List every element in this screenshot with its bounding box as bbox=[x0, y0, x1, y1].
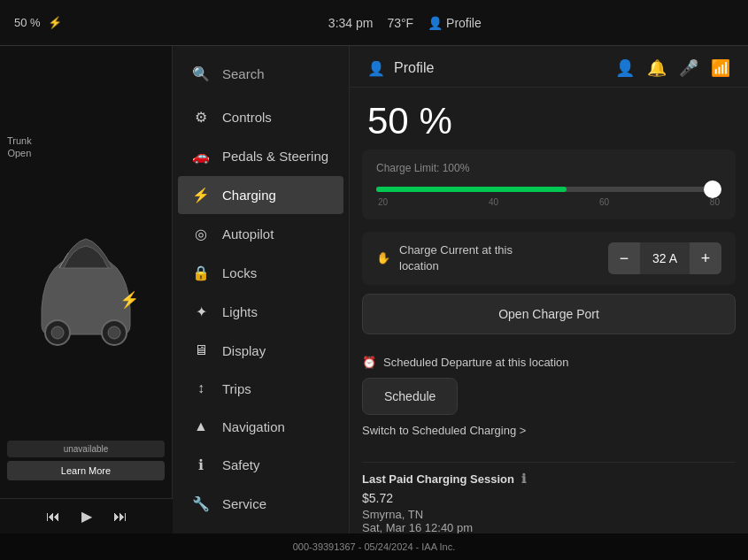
pedals-icon: 🚗 bbox=[192, 148, 210, 165]
bottom-bar-text: 000-39391367 - 05/24/2024 - IAA Inc. bbox=[293, 541, 455, 552]
display-label: Display bbox=[222, 343, 266, 358]
search-item[interactable]: 🔍 Search bbox=[178, 57, 343, 91]
sidebar-item-pedals[interactable]: 🚗 Pedals & Steering bbox=[178, 137, 343, 175]
locks-icon: 🔒 bbox=[192, 265, 210, 281]
navigation-icon: ▲ bbox=[192, 418, 210, 434]
charge-current-label: ✋ Charge Current at this location bbox=[376, 242, 536, 274]
sidebar-item-navigation[interactable]: ▲ Navigation bbox=[178, 408, 343, 445]
status-bar-left: 50 % ⚡ bbox=[14, 16, 62, 29]
last-paid-amount: $5.72 bbox=[362, 491, 736, 505]
clock-icon: ⏰ bbox=[362, 356, 376, 369]
slider-ticks: 20 40 60 80 bbox=[376, 197, 721, 207]
charge-slider-track[interactable] bbox=[376, 187, 721, 192]
header-icons: 👤 🔔 🎤 📶 bbox=[615, 58, 730, 78]
scheduled-title: ⏰ Scheduled Departure at this location bbox=[362, 356, 736, 369]
profile-icon: 👤 bbox=[428, 16, 443, 30]
play-button[interactable]: ▶ bbox=[81, 508, 92, 525]
controls-label: Controls bbox=[222, 110, 272, 125]
navigation-label: Navigation bbox=[222, 419, 285, 434]
sidebar-item-service[interactable]: 🔧 Service bbox=[178, 485, 343, 523]
charge-current-row: ✋ Charge Current at this location − 32 A… bbox=[362, 232, 736, 285]
display-icon: 🖥 bbox=[192, 342, 210, 358]
temperature: 73°F bbox=[387, 16, 413, 30]
charge-limit-section: Charge Limit: 100% 20 40 60 80 bbox=[362, 150, 736, 219]
unavailable-badge: unavailable bbox=[7, 441, 165, 457]
charge-current-value: 32 A bbox=[640, 242, 690, 274]
status-center: 3:34 pm 73°F 👤 Profile bbox=[76, 16, 734, 30]
last-paid-header: Last Paid Charging Session ℹ bbox=[362, 472, 736, 486]
battery-status: 50 % bbox=[14, 16, 41, 29]
current-time: 3:34 pm bbox=[328, 16, 374, 30]
last-paid-date: Sat, Mar 16 12:40 pm bbox=[362, 521, 736, 533]
service-label: Service bbox=[222, 496, 266, 511]
bottom-bar: 000-39391367 - 05/24/2024 - IAA Inc. bbox=[0, 533, 748, 560]
search-label: Search bbox=[222, 66, 265, 81]
last-paid-section: Last Paid Charging Session ℹ $5.72 Smyrn… bbox=[362, 462, 736, 533]
charge-slider-fill bbox=[376, 187, 567, 192]
controls-icon: ⚙ bbox=[192, 109, 210, 126]
pedals-label: Pedals & Steering bbox=[222, 149, 328, 164]
header-profile-label: Profile bbox=[394, 60, 434, 76]
sidebar-item-trips[interactable]: ↕ Trips bbox=[178, 370, 343, 407]
tick-40: 40 bbox=[489, 197, 498, 207]
search-icon: 🔍 bbox=[192, 65, 210, 82]
switch-charging-link[interactable]: Switch to Scheduled Charging > bbox=[362, 424, 736, 437]
status-bar: 50 % ⚡ 3:34 pm 73°F 👤 Profile bbox=[0, 0, 748, 46]
car-panel: TrunkOpen bbox=[0, 46, 173, 533]
sidebar-item-lights[interactable]: ✦ Lights bbox=[178, 293, 343, 331]
service-icon: 🔧 bbox=[192, 495, 210, 512]
sidebar-item-software[interactable]: ⬇ Software bbox=[178, 524, 343, 533]
tick-80: 80 bbox=[710, 197, 720, 207]
sidebar-item-autopilot[interactable]: ◎ Autopilot bbox=[178, 215, 343, 253]
charge-current-control: − 32 A + bbox=[608, 242, 721, 274]
autopilot-label: Autopilot bbox=[222, 226, 274, 242]
person-icon: 👤 bbox=[615, 58, 635, 78]
charging-label: Charging bbox=[222, 188, 276, 203]
svg-point-1 bbox=[51, 326, 64, 339]
locks-label: Locks bbox=[222, 265, 257, 280]
sidebar-item-charging[interactable]: ⚡ Charging bbox=[178, 176, 343, 214]
lights-label: Lights bbox=[222, 304, 258, 319]
battery-percentage: 50 % bbox=[350, 88, 748, 150]
profile-header-icon: 👤 bbox=[367, 60, 385, 77]
sidebar-item-safety[interactable]: ℹ Safety bbox=[178, 446, 343, 484]
car-status-bottom: unavailable Learn More bbox=[7, 441, 165, 480]
content-header: 👤 Profile 👤 🔔 🎤 📶 bbox=[350, 46, 748, 88]
media-controls: ⏮ ▶ ⏭ bbox=[0, 498, 173, 533]
charging-indicator: ⚡ bbox=[48, 16, 62, 29]
trips-icon: ↕ bbox=[192, 380, 210, 396]
microphone-icon[interactable]: 🎤 bbox=[679, 58, 698, 78]
alert-icon[interactable]: 🔔 bbox=[647, 58, 667, 78]
lights-icon: ✦ bbox=[192, 303, 210, 320]
next-button[interactable]: ⏭ bbox=[113, 509, 127, 525]
schedule-button[interactable]: Schedule bbox=[362, 378, 458, 415]
safety-icon: ℹ bbox=[192, 456, 210, 473]
charge-limit-label: Charge Limit: 100% bbox=[376, 162, 721, 174]
sidebar-item-controls[interactable]: ⚙ Controls bbox=[178, 98, 343, 136]
trunk-label: TrunkOpen bbox=[7, 134, 32, 160]
tick-20: 20 bbox=[378, 197, 388, 207]
tick-60: 60 bbox=[599, 197, 609, 207]
content-area: 👤 Profile 👤 🔔 🎤 📶 50 % Charge Limit: 100… bbox=[350, 46, 748, 533]
svg-point-3 bbox=[108, 326, 120, 339]
profile-link[interactable]: 👤 Profile bbox=[428, 16, 482, 30]
open-charge-port-button[interactable]: Open Charge Port bbox=[362, 294, 736, 334]
trips-label: Trips bbox=[222, 381, 251, 396]
main-layout: TrunkOpen bbox=[0, 46, 748, 533]
sidebar-item-locks[interactable]: 🔒 Locks bbox=[178, 254, 343, 292]
signal-icon: 📶 bbox=[711, 58, 730, 78]
charge-slider-thumb[interactable] bbox=[704, 180, 721, 198]
last-paid-location: Smyrna, TN bbox=[362, 508, 736, 521]
hand-icon: ✋ bbox=[376, 250, 390, 266]
learn-more-button[interactable]: Learn More bbox=[7, 461, 165, 480]
autopilot-icon: ◎ bbox=[192, 226, 210, 242]
scheduled-departure-section: ⏰ Scheduled Departure at this location S… bbox=[362, 347, 736, 453]
charging-icon: ⚡ bbox=[192, 187, 210, 203]
prev-button[interactable]: ⏮ bbox=[46, 509, 60, 525]
decrement-button[interactable]: − bbox=[608, 242, 640, 274]
increment-button[interactable]: + bbox=[690, 242, 721, 274]
content-header-title: 👤 Profile bbox=[367, 60, 434, 77]
car-lightning-icon: ⚡ bbox=[120, 290, 139, 310]
sidebar-item-display[interactable]: 🖥 Display bbox=[178, 332, 343, 369]
car-visual: ⚡ bbox=[15, 202, 157, 379]
